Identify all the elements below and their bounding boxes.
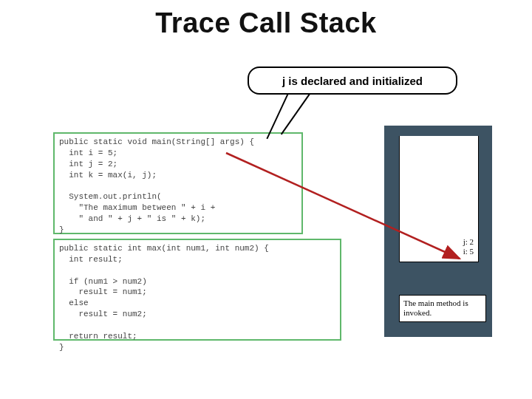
code-block-max: public static int max(int num1, int num2… <box>53 239 341 341</box>
var-name: j <box>463 237 466 246</box>
stack-var-j: j: 2 <box>463 237 474 248</box>
step-callout-text: j is declared and initialized <box>282 75 423 87</box>
stack-panel: j: 2 i: 5 The main method is invoked. <box>384 126 492 337</box>
invoke-note: The main method is invoked. <box>399 295 486 323</box>
code-block-main: public static void main(String[] args) {… <box>53 132 303 234</box>
stack-frame-main: j: 2 i: 5 <box>399 136 479 262</box>
step-callout: j is declared and initialized <box>248 66 457 95</box>
var-value: 2 <box>470 237 474 246</box>
var-name: i <box>463 247 466 256</box>
page-title: Trace Call Stack <box>0 7 532 39</box>
var-value: 5 <box>470 247 474 256</box>
stack-vars: j: 2 i: 5 <box>463 237 474 258</box>
stack-var-i: i: 5 <box>463 247 474 257</box>
